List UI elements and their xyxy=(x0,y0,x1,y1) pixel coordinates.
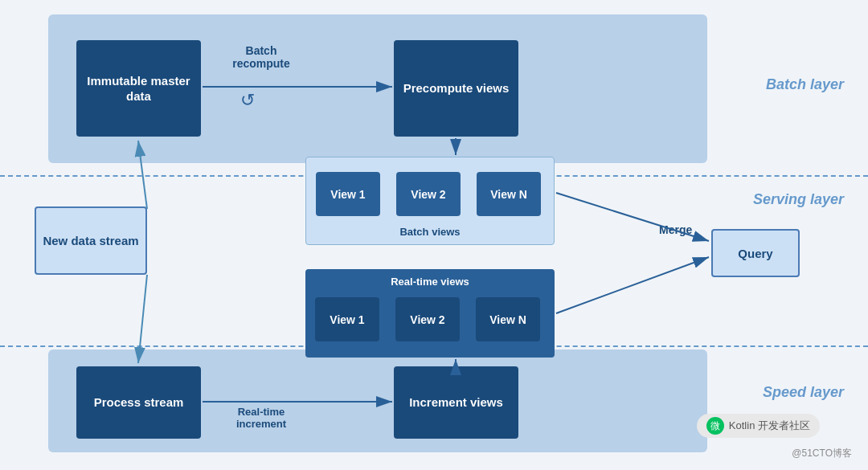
diagram-container: Batch layer Serving layer Speed layer Im… xyxy=(0,0,868,470)
batch-view2: View 2 xyxy=(396,172,461,216)
batch-viewN: View N xyxy=(477,172,541,216)
realtime-increment-label: Real-time increment xyxy=(213,406,309,430)
query-box: Query xyxy=(711,229,800,277)
realtime-views-label: Real-time views xyxy=(305,276,555,288)
precompute-views-box: Precompute views xyxy=(394,40,518,137)
serving-layer-label: Serving layer xyxy=(753,191,844,208)
rt-view2: View 2 xyxy=(395,297,460,341)
rt-view1: View 1 xyxy=(315,297,379,341)
increment-views-box: Increment views xyxy=(394,366,518,439)
kotlin-badge: 微 Kotlin 开发者社区 xyxy=(697,414,820,438)
immutable-master-box: Immutable master data xyxy=(76,40,201,137)
process-stream-box: Process stream xyxy=(76,366,201,439)
realtime-views-container: Real-time views View 1 View 2 View N xyxy=(305,269,555,358)
batch-view1: View 1 xyxy=(316,172,380,216)
svg-line-8 xyxy=(556,257,709,313)
batch-views-container: View 1 View 2 View N Batch views xyxy=(305,157,555,245)
merge-label: Merge xyxy=(659,223,692,236)
new-data-stream-box: New data stream xyxy=(35,206,147,275)
batch-recompute-label: Batch recompute xyxy=(217,44,305,70)
watermark-credit: @51CTO博客 xyxy=(792,447,852,460)
rt-viewN: View N xyxy=(476,297,540,341)
batch-views-label: Batch views xyxy=(306,226,554,238)
speed-layer-label: Speed layer xyxy=(763,384,844,401)
batch-layer-label: Batch layer xyxy=(766,76,844,93)
